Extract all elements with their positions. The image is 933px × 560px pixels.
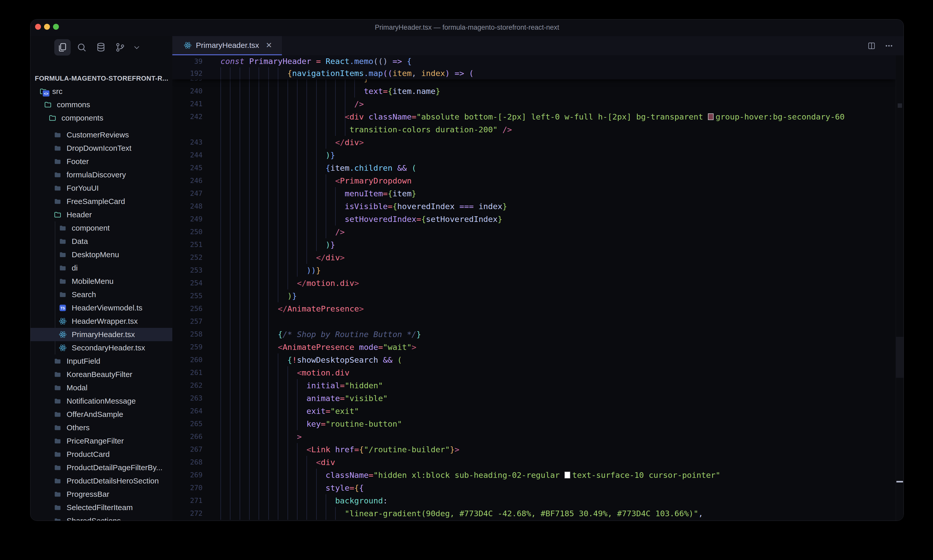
code-line[interactable]: 249 setHoveredIndex={setHoveredIndex}: [172, 213, 896, 226]
code-line[interactable]: 254 </motion.div>: [172, 277, 896, 289]
tree-item-primaryheader-tsx[interactable]: PrimaryHeader.tsx: [31, 328, 172, 341]
tree-item-label: MobileMenu: [72, 277, 114, 286]
tree-item-notificationmessage[interactable]: NotificationMessage: [31, 394, 172, 408]
tree-item-freesamplecard[interactable]: FreeSampleCard: [31, 195, 172, 208]
code-line[interactable]: 261 <motion.div: [172, 366, 896, 379]
code-line[interactable]: 264 exit="exit": [172, 405, 896, 417]
code-line[interactable]: 248 isVisible={hoveredIndex === index}: [172, 200, 896, 213]
code-line[interactable]: 263 animate="visible": [172, 392, 896, 405]
code-line[interactable]: 245 {item.children && (: [172, 162, 896, 174]
tree-item-modal[interactable]: Modal: [31, 381, 172, 394]
tree-item-footer[interactable]: Footer: [31, 155, 172, 168]
folder-icon: [53, 171, 62, 179]
code-line[interactable]: 271 background:: [172, 494, 896, 507]
tree-item-sharedsections[interactable]: SharedSections: [31, 514, 172, 521]
code-text: menuItem={item}: [220, 187, 896, 200]
code-text: >: [220, 430, 896, 443]
code-line[interactable]: 267 <Link href={"/routine-builder"}>: [172, 443, 896, 456]
tree-item-data[interactable]: Data: [31, 235, 172, 248]
tree-item-customerreviews[interactable]: CustomerReviews: [31, 128, 172, 142]
tree-item-progressbar[interactable]: ProgressBar: [31, 488, 172, 501]
editor-scrollbar[interactable]: [896, 55, 904, 521]
code-line[interactable]: 247 menuItem={item}: [172, 187, 896, 200]
tree-item-foryouui[interactable]: ForYouUI: [31, 182, 172, 195]
code-line[interactable]: 242 <div className="absolute bottom-[-2p…: [172, 110, 896, 136]
search-icon[interactable]: [74, 39, 90, 55]
code-line[interactable]: 266 >: [172, 430, 896, 443]
code-line[interactable]: 262 initial="hidden": [172, 379, 896, 392]
code-line[interactable]: 269 className="hidden xl:block sub-headi…: [172, 469, 896, 482]
tree-item-component[interactable]: component: [31, 222, 172, 235]
line-number: 243: [172, 136, 203, 149]
tree-item-offerandsample[interactable]: OfferAndSample: [31, 408, 172, 421]
code-line[interactable]: 246 <PrimaryDropdown: [172, 174, 896, 187]
tree-item-label: Others: [66, 423, 89, 432]
color-swatch-icon[interactable]: [708, 113, 714, 120]
more-actions-icon[interactable]: [885, 42, 893, 50]
tree-item-selectedfilteriteam[interactable]: SelectedFilterIteam: [31, 501, 172, 514]
code-line[interactable]: 241 />: [172, 97, 896, 110]
code-line[interactable]: 258 {/* Shop by Routine Button */}: [172, 328, 896, 341]
split-editor-icon[interactable]: [867, 42, 876, 50]
tree-item-headerwrapper-tsx[interactable]: HeaderWrapper.tsx: [31, 315, 172, 328]
code-line[interactable]: 270 style={{: [172, 482, 896, 494]
tree-item-secondaryheader-tsx[interactable]: SecondaryHeader.tsx: [31, 341, 172, 354]
tree-item-dropdownicontext[interactable]: DropDownIconText: [31, 142, 172, 155]
code-text: ))}: [220, 264, 896, 277]
sticky-code-line[interactable]: 39const PrimaryHeader = React.memo(() =>…: [172, 55, 896, 67]
tree-item-productdetailpagefilterby-[interactable]: ProductDetailPageFilterBy...: [31, 461, 172, 474]
tree-item-components[interactable]: components: [31, 111, 172, 125]
database-icon[interactable]: [93, 39, 109, 55]
code-line[interactable]: 257: [172, 315, 896, 328]
tree-item-inputfield[interactable]: InputField: [31, 354, 172, 368]
source-control-icon[interactable]: [112, 39, 128, 55]
tree-item-label: di: [72, 264, 78, 272]
tree-item-di[interactable]: di: [31, 261, 172, 275]
tree-item-label: formulaDiscovery: [66, 171, 126, 179]
tree-item-src[interactable]: <>src: [31, 85, 172, 98]
tree-item-headerviewmodel-ts[interactable]: TSHeaderViewmodel.ts: [31, 301, 172, 315]
scrollbar-thumb[interactable]: [896, 337, 904, 378]
code-line[interactable]: 244 )}: [172, 149, 896, 162]
tree-item-desktopmenu[interactable]: DesktopMenu: [31, 248, 172, 261]
files-icon[interactable]: [54, 39, 71, 55]
sticky-code-line[interactable]: 192 {navigationItems.map((item, index) =…: [172, 67, 896, 79]
folder-icon: [53, 184, 62, 192]
tree-item-commons[interactable]: commons: [31, 98, 172, 111]
react-icon: [58, 331, 67, 338]
tree-item-mobilemenu[interactable]: MobileMenu: [31, 275, 172, 288]
code-line[interactable]: 240 text={item.name}: [172, 85, 896, 97]
color-swatch-icon[interactable]: [565, 472, 570, 478]
code-line[interactable]: 260 {!showDesktopSearch && (: [172, 354, 896, 366]
code-line[interactable]: 252 </div>: [172, 251, 896, 264]
code-line[interactable]: 243 </div>: [172, 136, 896, 149]
tree-item-productcard[interactable]: ProductCard: [31, 448, 172, 461]
tree-item-header[interactable]: Header: [31, 208, 172, 222]
tree-item-productdetailsherosection[interactable]: ProductDetailsHeroSection: [31, 474, 172, 488]
folder-icon: [53, 517, 62, 521]
tree-item-koreanbeautyfilter[interactable]: KoreanBeautyFilter: [31, 368, 172, 381]
line-number: 247: [172, 187, 203, 200]
tree-item-search[interactable]: Search: [31, 288, 172, 301]
code-line[interactable]: 256 </AnimatePresence>: [172, 302, 896, 315]
code-line[interactable]: 272 "linear-gradient(90deg, #773D4C -42.…: [172, 507, 896, 520]
code-editor[interactable]: 239 }240 text={item.name}241 />242 <div …: [172, 55, 896, 521]
title-bar[interactable]: PrimaryHeader.tsx — formula-magento-stor…: [31, 20, 904, 36]
code-line[interactable]: 251 )}: [172, 238, 896, 251]
code-line[interactable]: 255 )}: [172, 289, 896, 302]
code-line[interactable]: 268 <div: [172, 456, 896, 469]
code-text: "linear-gradient(90deg, #773D4C -42.68%,…: [220, 507, 896, 520]
tree-item-pricerangefilter[interactable]: PriceRangeFilter: [31, 434, 172, 448]
chevron-down-icon[interactable]: [130, 39, 143, 55]
code-line[interactable]: 265 key="routine-button": [172, 417, 896, 430]
tree-item-formuladiscovery[interactable]: formulaDiscovery: [31, 168, 172, 182]
close-tab-icon[interactable]: ✕: [266, 41, 272, 50]
tree-item-others[interactable]: Others: [31, 421, 172, 434]
project-root-label[interactable]: FORMULA-MAGENTO-STOREFRONT-R...: [35, 74, 168, 82]
code-line[interactable]: 250 />: [172, 226, 896, 238]
code-text: text={item.name}: [220, 85, 896, 97]
code-line[interactable]: 253 ))}: [172, 264, 896, 277]
code-line[interactable]: 259 <AnimatePresence mode="wait">: [172, 341, 896, 354]
tab-primaryheader[interactable]: PrimaryHeader.tsx ✕: [172, 36, 282, 55]
folder-icon: [53, 503, 62, 512]
